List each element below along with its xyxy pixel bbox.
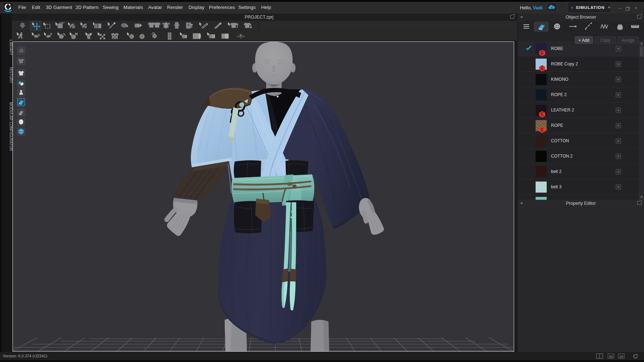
svg-text:C: C (551, 6, 553, 9)
svg-text:3D: 3D (609, 355, 613, 358)
svg-text:2D: 2D (619, 355, 624, 358)
